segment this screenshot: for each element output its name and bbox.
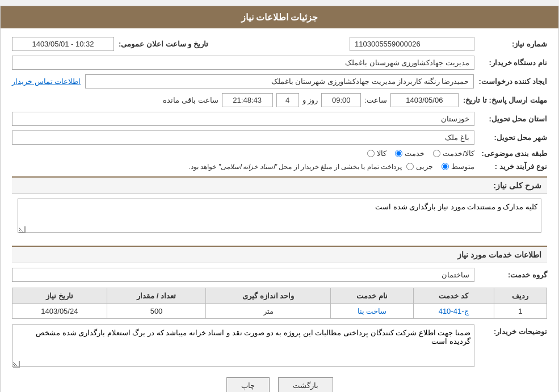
cell-unit: متر bbox=[206, 304, 331, 319]
page-header: جزئیات اطلاعات نیاز bbox=[1, 6, 558, 28]
content-area: شماره نیاز: 1103005559000026 تاریخ و ساع… bbox=[1, 28, 558, 392]
purchase-type-radio-group: جزیی متوسط bbox=[406, 162, 474, 171]
table-header-row: ردیف کد خدمت نام خدمت واحد اندازه گیری ت… bbox=[12, 288, 547, 304]
service-code-link[interactable]: ج-41-410 bbox=[439, 307, 469, 315]
category-row: طبقه بندی موضوعی: کالا خدمت کالا/خدمت bbox=[12, 149, 547, 158]
col-header-quantity: تعداد / مقدار bbox=[107, 288, 205, 304]
deadline-time: 09:00 bbox=[321, 93, 361, 107]
print-button[interactable]: چاپ bbox=[226, 377, 270, 392]
purchase-jozii-item: جزیی bbox=[406, 162, 433, 171]
deadline-details: 1403/05/06 ساعت: 09:00 روز و 4 21:48:43 … bbox=[12, 93, 459, 107]
back-button[interactable]: بازگشت bbox=[278, 377, 333, 392]
service-group-value: ساختمان bbox=[12, 268, 474, 282]
category-kala-label: کالا bbox=[377, 149, 386, 158]
city-label: شهر محل تحویل: bbox=[479, 133, 547, 142]
col-header-service-code: کد خدمت bbox=[413, 288, 494, 304]
description-textarea[interactable] bbox=[18, 199, 541, 233]
city-value: باغ ملک bbox=[12, 130, 474, 145]
need-number-value: 1103005559000026 bbox=[350, 37, 474, 51]
purchase-type-row: نوع فرآیند خرید : جزیی متوسط پرداخت تمام… bbox=[12, 162, 547, 171]
purchase-mottaset-radio[interactable] bbox=[442, 163, 449, 170]
purchase-notice: پرداخت تمام یا بخشی از مبلغ خریدار از مح… bbox=[12, 163, 402, 171]
deadline-date: 1403/05/06 bbox=[390, 93, 459, 107]
cell-quantity: 500 bbox=[107, 304, 205, 319]
deadline-row: مهلت ارسال پاسخ: تا تاریخ: 1403/05/06 سا… bbox=[12, 93, 547, 107]
buyer-desc-textarea[interactable] bbox=[12, 324, 474, 367]
page-title: جزئیات اطلاعات نیاز bbox=[241, 12, 318, 22]
services-section-header: اطلاعات خدمات مورد نیاز bbox=[12, 246, 547, 263]
description-wrapper bbox=[18, 199, 541, 234]
category-khadamat-label: خدمت bbox=[405, 149, 424, 158]
service-group-row: گروه خدمت: ساختمان bbox=[12, 268, 547, 282]
buyer-org-value: مدیریت جهادکشاورزی شهرستان باغملک bbox=[12, 56, 474, 70]
col-header-row-num: ردیف bbox=[494, 288, 547, 304]
description-section-title: شرح کلی نیاز: bbox=[494, 181, 541, 190]
need-number-label: شماره نیاز: bbox=[479, 40, 547, 48]
deadline-remaining: 21:48:43 bbox=[222, 93, 273, 107]
province-row: استان محل تحویل: خوزستان bbox=[12, 112, 547, 126]
services-table: ردیف کد خدمت نام خدمت واحد اندازه گیری ت… bbox=[12, 288, 547, 319]
city-row: شهر محل تحویل: باغ ملک bbox=[12, 130, 547, 145]
purchase-mottaset-item: متوسط bbox=[442, 162, 474, 171]
purchase-notice-italic: "اسناد خزانه اسلامی" bbox=[218, 163, 277, 171]
need-number-row: شماره نیاز: 1103005559000026 تاریخ و ساع… bbox=[12, 37, 547, 51]
table-row: 1 ج-41-410 ساخت بنا متر 500 1403/05/24 bbox=[12, 304, 547, 319]
announcement-label: تاریخ و ساعت اعلان عمومی: bbox=[119, 40, 208, 48]
cell-need-date: 1403/05/24 bbox=[12, 304, 107, 319]
service-group-label: گروه خدمت: bbox=[479, 271, 547, 279]
buyer-org-label: نام دستگاه خریدار: bbox=[479, 58, 547, 67]
purchase-mottaset-label: متوسط bbox=[451, 162, 474, 171]
cell-row-num: 1 bbox=[494, 304, 547, 319]
purchase-type-label: نوع فرآیند خرید : bbox=[479, 162, 547, 171]
category-kala-khadamat-item: کالا/خدمت bbox=[433, 149, 474, 158]
services-table-container: ردیف کد خدمت نام خدمت واحد اندازه گیری ت… bbox=[12, 288, 547, 319]
deadline-days: 4 bbox=[276, 93, 299, 107]
buttons-row: بازگشت چاپ bbox=[12, 377, 547, 392]
col-header-service-name: نام خدمت bbox=[331, 288, 414, 304]
col-header-need-date: تاریخ نیاز bbox=[12, 288, 107, 304]
cell-service-code: ج-41-410 bbox=[413, 304, 494, 319]
contact-link[interactable]: اطلاعات تماس خریدار bbox=[12, 77, 81, 86]
category-khadamat-item: خدمت bbox=[395, 149, 424, 158]
category-khadamat-radio[interactable] bbox=[395, 150, 402, 157]
deadline-day-label: روز و bbox=[302, 96, 318, 104]
buyer-desc-label: توضیحات خریدار: bbox=[479, 327, 547, 336]
announcement-value: 1403/05/01 - 10:32 bbox=[12, 37, 114, 51]
description-section-header: شرح کلی نیاز: bbox=[12, 176, 547, 194]
category-radio-group: کالا خدمت کالا/خدمت bbox=[367, 149, 474, 158]
purchase-jozii-radio[interactable] bbox=[406, 163, 414, 170]
page-container: جزئیات اطلاعات نیاز شماره نیاز: 11030055… bbox=[0, 6, 559, 392]
deadline-label: مهلت ارسال پاسخ: تا تاریخ: bbox=[463, 96, 547, 104]
description-area bbox=[12, 199, 547, 240]
service-name-link[interactable]: ساخت بنا bbox=[358, 307, 387, 315]
table-header: ردیف کد خدمت نام خدمت واحد اندازه گیری ت… bbox=[12, 288, 547, 304]
services-section-title: اطلاعات خدمات مورد نیاز bbox=[457, 250, 541, 259]
purchase-jozii-label: جزیی bbox=[416, 162, 433, 171]
deadline-time-label: ساعت: bbox=[364, 96, 387, 104]
requester-label: ایجاد کننده درخواست: bbox=[478, 77, 547, 86]
buyer-desc-wrapper bbox=[12, 324, 474, 369]
category-label: طبقه بندی موضوعی: bbox=[479, 149, 547, 158]
buyer-desc-row: توضیحات خریدار: bbox=[12, 324, 547, 369]
category-kala-khadamat-radio[interactable] bbox=[433, 150, 440, 157]
deadline-remaining-label: ساعت باقی مانده bbox=[163, 96, 218, 104]
requester-row: ایجاد کننده درخواست: حمیدرضا رنگنه کاربر… bbox=[12, 74, 547, 88]
category-kala-radio[interactable] bbox=[367, 150, 375, 157]
category-kala-item: کالا bbox=[367, 149, 386, 158]
table-body: 1 ج-41-410 ساخت بنا متر 500 1403/05/24 bbox=[12, 304, 547, 319]
province-label: استان محل تحویل: bbox=[479, 115, 547, 123]
category-kala-khadamat-label: کالا/خدمت bbox=[443, 149, 474, 158]
requester-value: حمیدرضا رنگنه کاربرداز مدیریت جهادکشاورز… bbox=[85, 74, 474, 88]
buyer-org-row: نام دستگاه خریدار: مدیریت جهادکشاورزی شه… bbox=[12, 56, 547, 70]
cell-service-name: ساخت بنا bbox=[331, 304, 414, 319]
col-header-unit: واحد اندازه گیری bbox=[206, 288, 331, 304]
province-value: خوزستان bbox=[12, 112, 474, 126]
